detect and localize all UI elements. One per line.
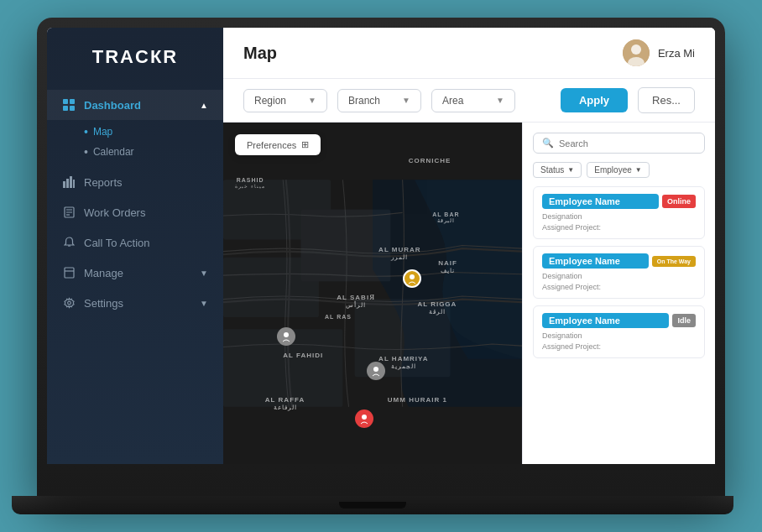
sidebar-item-work-orders[interactable]: Work Orders: [47, 197, 223, 227]
employee-card-header-3: Employee Name Idle: [542, 313, 696, 328]
laptop-notch: [339, 502, 406, 509]
sidebar-item-settings[interactable]: Settings ▼: [47, 288, 223, 318]
label-al-raffa: AL RAFFAالرفاعة: [265, 396, 305, 411]
designation-field-2: Designation: [542, 272, 696, 280]
sub-nav-dashboard: Map Calendar: [47, 120, 223, 167]
employee-name-3: Employee Name: [542, 313, 669, 328]
bell-icon: [62, 236, 76, 249]
region-label: Region: [254, 95, 286, 107]
employee-card-3[interactable]: Employee Name Idle Designation Assigned …: [533, 305, 705, 358]
chevron-down-employee: ▼: [635, 166, 642, 174]
employee-card-header-2: Employee Name On The Way: [542, 253, 696, 269]
chevron-up-icon: ▲: [200, 101, 208, 110]
sidebar: TRACКR Dashboard ▲ Map: [47, 28, 223, 464]
page-title: Map: [243, 44, 277, 63]
search-box[interactable]: 🔍: [533, 133, 705, 154]
employee-card-1[interactable]: Employee Name Online Designation Assigne…: [533, 186, 705, 239]
label-umm-hurair: UMM HURAIR 1: [388, 396, 447, 404]
sidebar-nav: Dashboard ▲ Map Calendar: [47, 83, 223, 464]
sidebar-item-call-to-action[interactable]: Call To Action: [47, 227, 223, 258]
status-badge-online-1: Online: [662, 195, 696, 208]
branch-label: Branch: [348, 95, 380, 107]
employee-filter-label: Employee: [594, 165, 631, 175]
status-badge-idle: Idle: [672, 314, 696, 327]
map-pin-3[interactable]: [403, 269, 421, 288]
map-container[interactable]: Preferences ⊞ CORNICHE RASHIDميناء خبرة …: [223, 123, 522, 464]
search-icon: 🔍: [542, 138, 554, 149]
sidebar-item-map[interactable]: Map: [84, 122, 223, 142]
chevron-down-status: ▼: [567, 166, 574, 174]
main-content: Map Erza Mi Region ▼ Branch: [223, 28, 715, 464]
employee-name-1: Employee Name: [542, 194, 659, 209]
chevron-down-region: ▼: [308, 96, 316, 105]
label-rashid: RASHIDميناء خبرة: [235, 177, 265, 189]
svg-point-26: [373, 367, 378, 372]
svg-rect-3: [70, 106, 75, 111]
employee-filter-pill[interactable]: Employee ▼: [587, 162, 649, 178]
sub-nav-label-map: Map: [93, 126, 112, 138]
chevron-down-area: ▼: [496, 96, 504, 105]
sidebar-item-label-work-orders: Work Orders: [84, 206, 145, 219]
header-right: Erza Mi: [623, 39, 695, 66]
designation-field-1: Designation: [542, 212, 696, 221]
assigned-field-1: Assigned Project:: [542, 223, 696, 232]
assigned-field-3: Assigned Project:: [542, 342, 696, 351]
label-al-ras: AL RAS: [325, 314, 352, 320]
label-al-hamriya: AL HAMRIYAالجمرية: [378, 355, 428, 370]
svg-point-28: [362, 415, 367, 420]
sidebar-item-calendar[interactable]: Calendar: [84, 142, 223, 162]
area-filter[interactable]: Area ▼: [431, 89, 515, 112]
label-al-fahidi: AL FAHIDI: [283, 352, 323, 359]
svg-rect-1: [70, 99, 75, 104]
svg-rect-13: [65, 268, 74, 278]
svg-point-15: [67, 301, 70, 305]
label-al-murar: AL MURARالمرر: [378, 246, 421, 261]
label-al-rigga: AL RIGGAالرقة: [417, 300, 457, 316]
apply-button[interactable]: Apply: [561, 88, 628, 112]
status-filter-pill[interactable]: Status ▼: [533, 162, 582, 178]
sub-nav-label-calendar: Calendar: [93, 146, 134, 158]
map-pin-2[interactable]: [367, 362, 385, 380]
content-area: Preferences ⊞ CORNICHE RASHIDميناء خبرة …: [223, 123, 715, 464]
filter-bar: Region ▼ Branch ▼ Area ▼ Apply Res...: [223, 79, 715, 123]
designation-field-3: Designation: [542, 331, 696, 340]
svg-rect-5: [66, 179, 69, 188]
sidebar-item-label: Dashboard: [84, 99, 141, 112]
svg-rect-23: [301, 210, 391, 281]
search-input[interactable]: [559, 138, 696, 149]
label-corniche: CORNICHE: [409, 157, 451, 164]
reset-button[interactable]: Res...: [638, 87, 695, 113]
preferences-label: Preferences: [247, 140, 296, 150]
branch-filter[interactable]: Branch ▼: [337, 89, 421, 112]
assigned-field-2: Assigned Project:: [542, 283, 696, 291]
label-al-bar: AL BARالبرقة: [432, 211, 459, 223]
app-logo: TRACКR: [47, 28, 223, 83]
clipboard-icon: [62, 206, 76, 219]
svg-rect-7: [73, 180, 75, 188]
sidebar-item-reports[interactable]: Reports: [47, 167, 223, 197]
svg-rect-2: [63, 106, 68, 111]
sidebar-item-dashboard[interactable]: Dashboard ▲: [47, 90, 223, 120]
status-badge-on-the-way: On The Way: [652, 256, 696, 267]
svg-point-27: [410, 274, 415, 279]
label-naif: NAIFنايف: [438, 259, 457, 274]
chevron-down-branch: ▼: [402, 96, 410, 105]
svg-rect-6: [70, 176, 72, 188]
region-filter[interactable]: Region ▼: [243, 89, 327, 112]
preferences-icon: ⊞: [301, 139, 309, 150]
area-label: Area: [442, 95, 463, 107]
map-pin-4[interactable]: [355, 409, 373, 428]
employee-name-2: Employee Name: [542, 253, 649, 269]
employee-card-header-1: Employee Name Online: [542, 194, 696, 209]
svg-rect-0: [63, 99, 68, 104]
manage-icon: [62, 266, 76, 279]
grid-icon: [62, 98, 76, 112]
sidebar-item-label-reports: Reports: [84, 176, 123, 189]
label-al-sabiya: AL SABIЯالرأس: [337, 294, 375, 309]
map-preferences-button[interactable]: Preferences ⊞: [235, 134, 321, 155]
employee-card-2[interactable]: Employee Name On The Way Designation Ass…: [533, 246, 705, 299]
sidebar-item-manage[interactable]: Manage ▼: [47, 258, 223, 288]
avatar: [623, 39, 650, 66]
chevron-down-icon-settings: ▼: [200, 299, 208, 308]
bar-chart-icon: [62, 175, 76, 189]
